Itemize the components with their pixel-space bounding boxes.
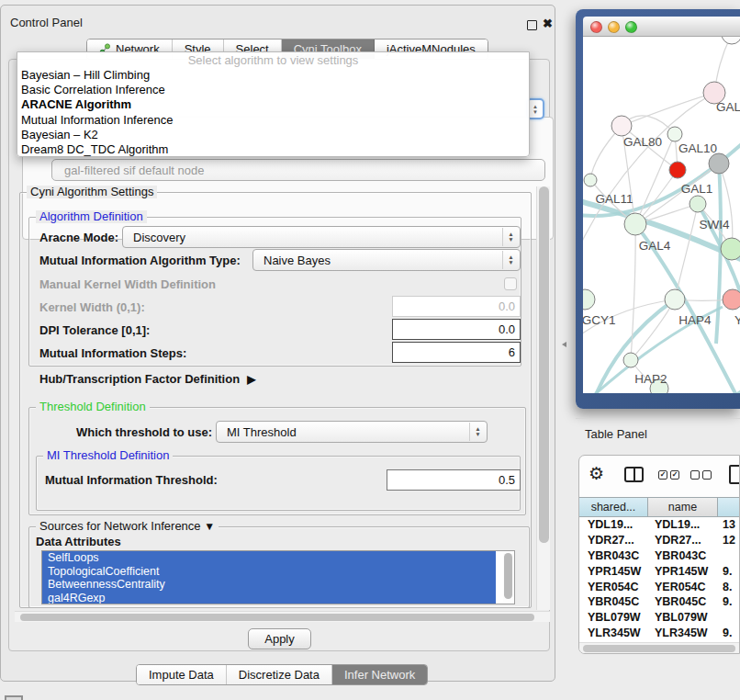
table-cell[interactable]: 12	[718, 533, 740, 548]
attribute-item-gal4rgexp[interactable]: gal4RGexp	[42, 592, 496, 605]
column-header-cut[interactable]	[718, 497, 740, 517]
tab-infer-network[interactable]: Infer Network	[332, 665, 427, 684]
node-gal10[interactable]	[667, 127, 682, 141]
minimized-panel-icon[interactable]	[5, 695, 23, 700]
settings-horizontal-scrollbar[interactable]	[15, 611, 550, 622]
traffic-minimize-icon[interactable]	[608, 21, 620, 33]
dpi-tolerance-field[interactable]: 0.0	[392, 319, 521, 340]
network-view-window[interactable]: GALGAL80GAL10GAL1GAL11SWI4GAL4GCY1HAP4YH…	[576, 9, 740, 409]
algorithm-option-dream8-dc-tdc-algorithm[interactable]: Dream8 DC_TDC Algorithm	[17, 142, 529, 157]
algorithm-option-aracne-algorithm[interactable]: ARACNE Algorithm	[17, 97, 529, 112]
algorithm-option-basic-correlation-inference[interactable]: Basic Correlation Inference	[17, 83, 529, 97]
float-window-icon[interactable]	[527, 20, 537, 30]
node-gcy1[interactable]	[583, 289, 595, 310]
kernel-width-field[interactable]: 0.0	[392, 296, 521, 317]
mi-threshold-field[interactable]: 0.5	[387, 469, 521, 491]
column-header-shared-name[interactable]: shared...	[579, 497, 648, 517]
node-hap2[interactable]	[623, 353, 638, 367]
algorithm-option-bayesian-hill-climbing[interactable]: Bayesian – Hill Climbing	[17, 68, 529, 83]
network-edge[interactable]	[675, 204, 698, 299]
table-row[interactable]: YBL079WYBL079W	[579, 610, 740, 626]
node-gray-node[interactable]	[709, 153, 729, 174]
table-cell[interactable]: 9.	[718, 564, 740, 580]
table-row[interactable]: YBR045CYBR045C9.	[579, 594, 740, 610]
table-cell[interactable]: 8.	[718, 580, 740, 595]
close-icon[interactable]: ✖	[543, 17, 553, 30]
gear-icon[interactable]: ⚙	[589, 463, 604, 484]
network-edge[interactable]	[716, 164, 721, 344]
table-cell[interactable]: YER054C	[579, 580, 648, 595]
table-cell[interactable]: YLR345W	[579, 626, 648, 641]
table-cell[interactable]	[718, 548, 740, 564]
network-edge[interactable]	[622, 93, 714, 126]
tab-discretize-data[interactable]: Discretize Data	[227, 665, 332, 684]
settings-vertical-scrollbar-thumb[interactable]	[539, 186, 549, 543]
aracne-mode-combo[interactable]: Discovery	[122, 226, 521, 248]
table-cell[interactable]: YDR27...	[648, 533, 718, 548]
traffic-close-icon[interactable]	[590, 21, 602, 33]
document-icon[interactable]	[729, 465, 740, 484]
algorithm-option-bayesian-k2[interactable]: Bayesian – K2	[17, 128, 529, 142]
table-horizontal-scrollbar-thumb[interactable]	[583, 645, 735, 652]
node-gal4[interactable]	[624, 213, 646, 235]
data-attributes-list[interactable]: SelfLoopsTopologicalCoefficientBetweenne…	[41, 550, 515, 604]
table-row[interactable]: YDL19...YDL19...13	[579, 517, 740, 533]
network-edge[interactable]	[583, 200, 740, 263]
attributes-scrollbar[interactable]	[503, 552, 513, 603]
attribute-item-betweennesscentrality[interactable]: BetweennessCentrality	[42, 578, 496, 592]
table-row[interactable]: YBR043CYBR043C	[579, 548, 740, 564]
table-cell[interactable]: YBL079W	[579, 610, 648, 626]
hub-definition-toggle[interactable]: Hub/Transcription Factor Definition ▶	[39, 372, 255, 386]
attributes-scrollbar-thumb[interactable]	[504, 553, 512, 599]
table-cell[interactable]: YLR345W	[648, 626, 718, 641]
attribute-item-topologicalcoefficient[interactable]: TopologicalCoefficient	[42, 565, 496, 579]
table-cell[interactable]: YPR145W	[579, 564, 648, 580]
table-cell[interactable]: 9.	[718, 594, 740, 610]
split-pane-grip[interactable]	[562, 342, 566, 347]
node-gal1[interactable]	[669, 162, 686, 178]
deselect-all-columns-icon[interactable]	[690, 470, 712, 480]
tab-impute-data[interactable]: Impute Data	[137, 665, 227, 684]
settings-vertical-scrollbar[interactable]	[536, 186, 550, 610]
table-cell[interactable]: YPR145W	[648, 564, 718, 580]
table-cell[interactable]: YER054C	[648, 580, 718, 595]
algorithm-option-mutual-information-inference[interactable]: Mutual Information Inference	[17, 113, 529, 128]
table-row[interactable]: YLR345WYLR345W9.	[579, 626, 740, 641]
table-horizontal-scrollbar[interactable]	[579, 642, 740, 654]
table-cell[interactable]: YDL19...	[579, 517, 648, 533]
node-y-cut[interactable]	[723, 289, 740, 310]
select-all-columns-icon[interactable]: ✓ ✓	[658, 470, 679, 480]
mi-algorithm-type-combo[interactable]: Naive Bayes	[252, 249, 521, 271]
apply-button[interactable]: Apply	[248, 628, 311, 649]
traffic-zoom-icon[interactable]	[625, 21, 637, 33]
network-select-combo[interactable]: gal-filtered sif default node	[51, 159, 545, 181]
node-swi4[interactable]	[690, 196, 706, 212]
node-gal11[interactable]	[584, 174, 597, 186]
table-cell[interactable]	[718, 610, 740, 626]
table-cell[interactable]: YBR045C	[579, 594, 648, 610]
node-gal80[interactable]	[611, 116, 632, 136]
table-cell[interactable]: YBR045C	[648, 594, 718, 610]
network-canvas[interactable]: GALGAL80GAL10GAL1GAL11SWI4GAL4GCY1HAP4YH…	[583, 37, 740, 393]
node-hap4[interactable]	[665, 289, 685, 310]
table-cell[interactable]: YDR27...	[579, 533, 648, 548]
table-row[interactable]: YER054CYER054C8.	[579, 580, 740, 595]
settings-horizontal-scrollbar-thumb[interactable]	[20, 614, 534, 621]
which-threshold-combo[interactable]: MI Threshold	[216, 421, 488, 443]
table-cell[interactable]: YBR043C	[579, 548, 648, 564]
attribute-item-selfloops[interactable]: SelfLoops	[42, 551, 496, 565]
table-cell[interactable]: YDL19...	[648, 517, 718, 533]
table-cell[interactable]: YBR043C	[648, 548, 718, 564]
table-cell[interactable]: YBL079W	[648, 610, 718, 626]
columns-icon[interactable]	[624, 467, 644, 482]
node-top-edge-node[interactable]	[722, 37, 740, 44]
table-row[interactable]: YPR145WYPR145W9.	[579, 564, 740, 580]
table-cell[interactable]: 13	[718, 517, 740, 533]
sources-toggle[interactable]: Sources for Network Inference ▼	[36, 520, 219, 533]
network-edge[interactable]	[631, 224, 635, 360]
node-green-right[interactable]	[721, 238, 740, 260]
table-row[interactable]: YDR27...YDR27...12	[579, 533, 740, 548]
column-header-name[interactable]: name	[648, 497, 718, 517]
manual-kernel-width-checkbox[interactable]	[504, 277, 517, 290]
table-cell[interactable]: 9.	[718, 626, 740, 641]
